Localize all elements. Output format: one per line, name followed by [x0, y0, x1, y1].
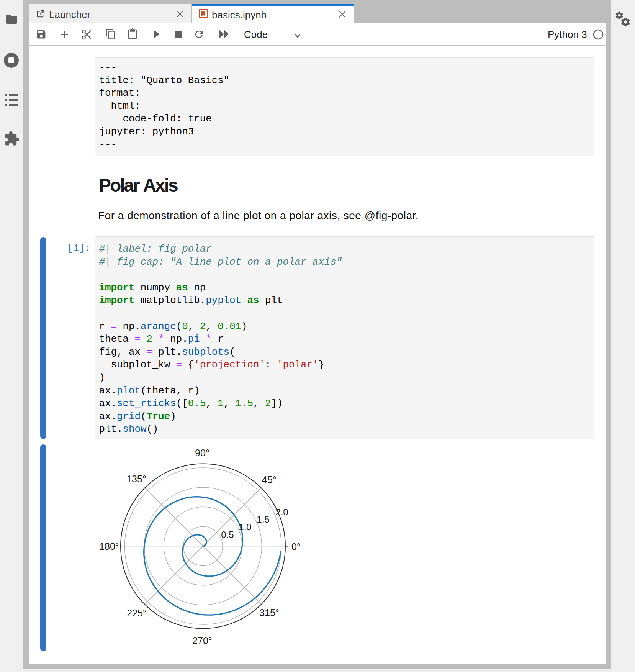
svg-text:2.0: 2.0 — [275, 507, 288, 517]
svg-text:180°: 180° — [99, 541, 119, 552]
svg-text:0.5: 0.5 — [221, 529, 234, 540]
svg-text:270°: 270° — [192, 635, 212, 646]
svg-text:90°: 90° — [195, 447, 209, 458]
svg-text:1.0: 1.0 — [239, 522, 251, 532]
svg-text:45°: 45° — [262, 474, 277, 485]
svg-text:1.5: 1.5 — [257, 514, 269, 524]
svg-text:0°: 0° — [291, 541, 301, 552]
svg-text:135°: 135° — [126, 474, 146, 484]
svg-text:315°: 315° — [259, 607, 279, 618]
svg-text:225°: 225° — [127, 608, 147, 618]
